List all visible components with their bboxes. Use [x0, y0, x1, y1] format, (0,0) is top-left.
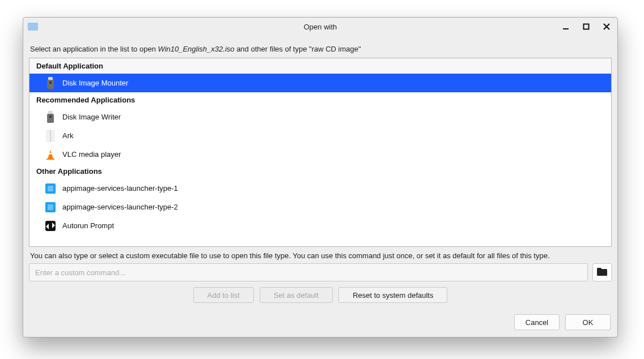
svg-marker-12 [48, 150, 53, 159]
app-label: Autorun Prompt [62, 221, 114, 230]
browse-button[interactable] [592, 263, 612, 281]
close-button[interactable] [600, 20, 613, 33]
hint-text: You can also type or select a custom exe… [29, 247, 612, 263]
app-label: appimage-services-launcher-type-2 [62, 203, 178, 211]
prompt-suffix: and other files of type "raw CD image" [235, 45, 361, 53]
window-controls [560, 20, 613, 33]
svg-rect-9 [49, 116, 52, 118]
app-appimage-launcher-2[interactable]: appimage-services-launcher-type-2 [29, 198, 611, 216]
appimage-icon [44, 182, 57, 195]
folder-icon [28, 23, 38, 31]
cancel-button[interactable]: Cancel [514, 314, 560, 330]
titlebar: Open with [23, 18, 617, 36]
app-label: Ark [62, 131, 74, 140]
appimage-icon [44, 201, 57, 213]
svg-rect-6 [49, 82, 52, 84]
svg-rect-8 [47, 114, 54, 123]
app-disk-image-writer[interactable]: Disk Image Writer [29, 108, 611, 126]
section-recommended: Recommended Applications [29, 92, 611, 108]
section-other: Other Applications [29, 164, 611, 179]
svg-rect-16 [48, 186, 53, 191]
custom-command-input[interactable] [29, 263, 588, 281]
folder-icon [597, 268, 607, 277]
vlc-cone-icon [44, 148, 57, 161]
svg-rect-18 [48, 204, 53, 210]
prompt-filename: Win10_English_x32.iso [158, 45, 234, 53]
custom-command-row [29, 263, 612, 281]
reset-defaults-button[interactable]: Reset to system defaults [338, 287, 447, 303]
dialog-content: Select an application in the list to ope… [23, 36, 617, 337]
window-title: Open with [23, 23, 617, 31]
svg-rect-14 [46, 159, 54, 160]
app-label: appimage-services-launcher-type-1 [62, 184, 178, 193]
application-list[interactable]: Default Application Disk Image Mounter R… [29, 58, 612, 247]
svg-rect-5 [47, 80, 54, 89]
app-appimage-launcher-1[interactable]: appimage-services-launcher-type-1 [29, 179, 611, 198]
prompt-text: Select an application in the list to ope… [29, 40, 612, 58]
app-autorun-prompt[interactable]: Autorun Prompt [29, 216, 611, 235]
middle-button-row: Add to list Set as default Reset to syst… [29, 281, 612, 306]
prompt-prefix: Select an application in the list to ope… [30, 45, 158, 53]
autorun-icon [44, 220, 57, 232]
app-label: Disk Image Writer [62, 113, 121, 121]
svg-rect-13 [49, 153, 53, 155]
svg-rect-4 [48, 77, 53, 80]
minimize-button[interactable] [560, 20, 572, 33]
svg-rect-7 [48, 111, 53, 114]
app-vlc[interactable]: VLC media player [29, 145, 611, 164]
usb-stick-icon [44, 77, 57, 89]
app-label: VLC media player [62, 150, 121, 159]
set-as-default-button[interactable]: Set as default [260, 287, 333, 303]
usb-stick-icon [44, 111, 57, 123]
footer-button-row: Cancel OK [29, 306, 612, 331]
app-ark[interactable]: Ark [29, 126, 611, 145]
svg-rect-23 [597, 268, 601, 271]
open-with-dialog: Open with Select an application in the l… [23, 17, 618, 337]
app-disk-image-mounter[interactable]: Disk Image Mounter [29, 74, 611, 92]
app-label: Disk Image Mounter [62, 79, 128, 87]
zip-icon [44, 130, 57, 142]
maximize-button[interactable] [580, 20, 592, 33]
add-to-list-button[interactable]: Add to list [193, 287, 254, 303]
svg-rect-1 [584, 24, 589, 29]
ok-button[interactable]: OK [565, 314, 611, 330]
section-default: Default Application [29, 58, 611, 74]
